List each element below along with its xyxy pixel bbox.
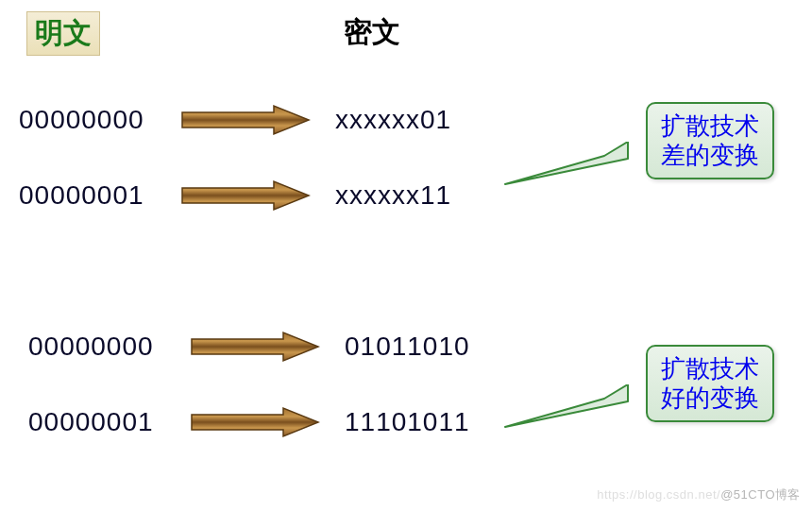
ciphertext-value: xxxxxx11	[335, 180, 451, 211]
plaintext-value: 00000000	[19, 105, 179, 135]
plaintext-value: 00000001	[28, 407, 189, 437]
callout-tail-icon	[463, 142, 633, 198]
callout-tail-icon	[463, 384, 633, 441]
arrow-right-icon	[179, 104, 312, 136]
plaintext-value: 00000000	[28, 332, 189, 362]
callout-line: 差的变换	[661, 141, 759, 170]
ciphertext-value: 11101011	[345, 407, 470, 437]
arrow-right-icon	[189, 331, 321, 363]
svg-marker-5	[505, 384, 628, 427]
svg-marker-1	[182, 181, 309, 210]
callout-line: 扩散技术	[661, 354, 759, 383]
arrow-right-icon	[179, 179, 312, 212]
diffusion-row-4: 00000001 11101011	[28, 406, 470, 438]
callout-line: 扩散技术	[661, 111, 759, 141]
bad-diffusion-callout: 扩散技术 差的变换	[646, 102, 774, 179]
ciphertext-value: xxxxxx01	[335, 105, 451, 135]
callout-line: 好的变换	[661, 383, 759, 413]
watermark-url: https://blog.csdn.net/	[597, 487, 720, 502]
diffusion-row-3: 00000000 01011010	[28, 331, 470, 363]
diffusion-row-2: 00000001 xxxxxx11	[19, 179, 451, 212]
diffusion-row-1: 00000000 xxxxxx01	[19, 104, 451, 136]
ciphertext-value: 01011010	[345, 332, 470, 362]
plaintext-header: 明文	[26, 11, 100, 56]
watermark-text: @51CTO博客	[720, 487, 801, 502]
svg-marker-4	[505, 142, 628, 184]
svg-marker-2	[192, 332, 318, 361]
arrow-right-icon	[189, 406, 321, 438]
ciphertext-header: 密文	[336, 11, 408, 54]
good-diffusion-callout: 扩散技术 好的变换	[646, 345, 774, 422]
svg-marker-0	[182, 106, 309, 134]
svg-marker-3	[192, 408, 318, 436]
plaintext-value: 00000001	[19, 180, 179, 211]
watermark: https://blog.csdn.net/@51CTO博客	[597, 486, 801, 503]
